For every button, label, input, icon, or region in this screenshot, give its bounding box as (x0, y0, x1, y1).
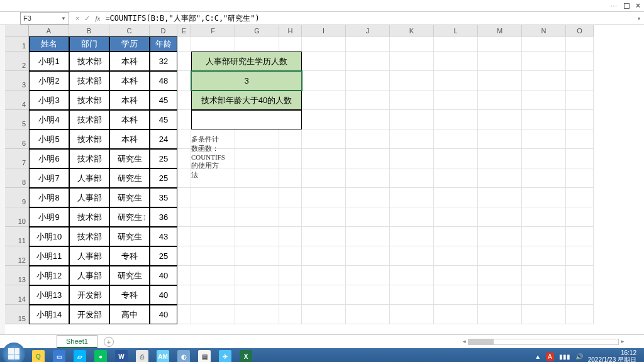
scroll-right-icon[interactable]: ► (620, 339, 625, 344)
cell[interactable] (177, 168, 191, 188)
cell[interactable] (279, 36, 302, 52)
cell[interactable] (434, 36, 478, 52)
cell[interactable] (191, 188, 235, 207)
sheet-tab[interactable]: Sheet1 (57, 335, 97, 348)
cell[interactable] (434, 305, 478, 324)
scroll-left-icon[interactable]: ◄ (462, 339, 467, 344)
cell[interactable] (346, 110, 390, 129)
cell[interactable] (566, 285, 594, 305)
cell[interactable] (478, 129, 522, 149)
cell[interactable] (434, 188, 478, 207)
cell[interactable] (390, 71, 434, 90)
cell[interactable] (566, 266, 594, 285)
cell[interactable] (302, 266, 346, 285)
table-cell[interactable]: 技术部 (69, 71, 109, 90)
table-cell[interactable]: 小明2 (29, 71, 69, 90)
cell[interactable] (346, 266, 390, 285)
cell[interactable] (279, 227, 302, 246)
col-header-K[interactable]: K (390, 25, 434, 36)
cell[interactable] (302, 71, 346, 90)
taskbar-app[interactable]: ● (91, 349, 110, 362)
cell[interactable] (302, 129, 346, 149)
taskbar-app[interactable]: ▱ (70, 349, 89, 362)
cell[interactable] (390, 90, 434, 110)
cell[interactable] (177, 149, 191, 168)
cell[interactable] (478, 207, 522, 227)
tray-ime-icon[interactable]: A (546, 353, 554, 361)
cell[interactable] (522, 207, 566, 227)
table-cell[interactable]: 小明7 (29, 168, 69, 188)
cell[interactable] (302, 110, 346, 129)
accept-formula-icon[interactable]: ✓ (84, 14, 90, 23)
tray-expand-icon[interactable]: ▲ (535, 353, 541, 360)
cell[interactable] (302, 52, 346, 71)
cell[interactable] (346, 285, 390, 305)
table-cell[interactable]: 人事部 (69, 188, 109, 207)
cell[interactable] (177, 227, 191, 246)
cell[interactable] (478, 285, 522, 305)
table-cell[interactable]: 小明6 (29, 149, 69, 168)
cell[interactable] (177, 90, 191, 110)
cell[interactable] (522, 129, 566, 149)
taskbar-clock[interactable]: 16:12 2022/1/23 星期日 (588, 349, 636, 362)
cell[interactable] (566, 246, 594, 266)
col-header-E[interactable]: E (177, 25, 191, 36)
col-header-L[interactable]: L (434, 25, 478, 36)
cell[interactable] (434, 110, 478, 129)
cell[interactable] (522, 110, 566, 129)
cell[interactable] (434, 90, 478, 110)
cell[interactable] (302, 207, 346, 227)
cell[interactable] (302, 149, 346, 168)
col-header-B[interactable]: B (69, 25, 109, 36)
cell[interactable] (434, 285, 478, 305)
cell[interactable] (177, 52, 191, 71)
table-cell[interactable]: 人事部 (69, 246, 109, 266)
cell[interactable] (177, 305, 191, 324)
cell[interactable] (302, 227, 346, 246)
cell[interactable] (279, 168, 302, 188)
cell[interactable] (434, 246, 478, 266)
cell[interactable] (191, 285, 235, 305)
cell[interactable] (390, 227, 434, 246)
taskbar-app[interactable]: AM (153, 349, 172, 362)
cell[interactable] (177, 188, 191, 207)
col-header-F[interactable]: F (191, 25, 235, 36)
table-cell[interactable]: 研究生 (109, 168, 150, 188)
table-cell[interactable]: 40 (150, 266, 177, 285)
row-header-10[interactable]: 10 (5, 207, 29, 227)
table-cell[interactable]: 32 (150, 52, 177, 71)
cell[interactable] (235, 188, 279, 207)
table-cell[interactable]: 本科 (109, 71, 150, 90)
row-header-9[interactable]: 9 (5, 188, 29, 207)
taskbar-app[interactable]: X (236, 349, 255, 362)
taskbar-app[interactable]: ⎙ (133, 349, 152, 362)
col-header-J[interactable]: J (346, 25, 390, 36)
table-cell[interactable]: 35 (150, 188, 177, 207)
table-cell[interactable]: 技术部 (69, 207, 109, 227)
table-cell[interactable]: 开发部 (69, 285, 109, 305)
table-cell[interactable]: 40 (150, 305, 177, 324)
col-header-I[interactable]: I (302, 25, 346, 36)
cell[interactable] (177, 266, 191, 285)
table-cell[interactable]: 研究生⬚ (109, 207, 150, 227)
cell[interactable] (235, 305, 279, 324)
cell[interactable] (522, 36, 566, 52)
cell[interactable] (478, 71, 522, 90)
cell[interactable] (478, 246, 522, 266)
cell[interactable] (235, 266, 279, 285)
cell[interactable] (346, 207, 390, 227)
cell[interactable] (478, 188, 522, 207)
merged-cell[interactable] (191, 110, 302, 129)
taskbar-app[interactable]: ◐ (174, 349, 193, 362)
cell[interactable] (302, 188, 346, 207)
formula-expand-icon[interactable]: ▾ (638, 16, 640, 21)
cell[interactable] (279, 129, 302, 149)
cell[interactable] (566, 188, 594, 207)
cell[interactable] (279, 246, 302, 266)
tray-network-icon[interactable]: ▮▮▮ (559, 353, 570, 360)
cell[interactable] (390, 266, 434, 285)
cell[interactable] (390, 129, 434, 149)
table-cell[interactable]: 36 (150, 207, 177, 227)
cell[interactable] (434, 207, 478, 227)
table-cell[interactable]: 人事部 (69, 168, 109, 188)
